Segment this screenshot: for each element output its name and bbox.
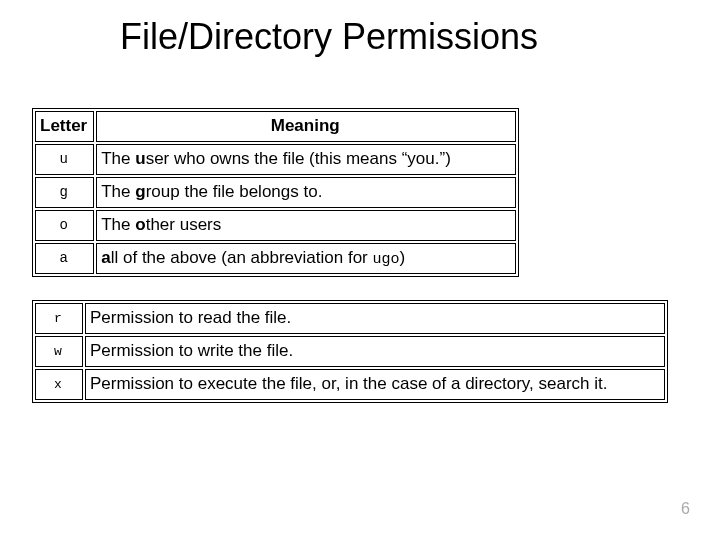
slide-title: File/Directory Permissions [0,0,720,58]
table-header-row: Letter Meaning [35,111,516,142]
table-row: o The other users [35,210,516,241]
permission-bits-table: r Permission to read the file. w Permiss… [32,300,668,403]
cell-meaning: Permission to write the file. [85,336,665,367]
table-row: u The user who owns the file (this means… [35,144,516,175]
cell-meaning: The group the file belongs to. [96,177,516,208]
cell-letter: r [35,303,83,334]
cell-letter: x [35,369,83,400]
table-row: g The group the file belongs to. [35,177,516,208]
cell-meaning: The user who owns the file (this means “… [96,144,516,175]
table-row: x Permission to execute the file, or, in… [35,369,665,400]
cell-meaning: Permission to read the file. [85,303,665,334]
cell-letter: o [35,210,94,241]
table-row: a all of the above (an abbreviation for … [35,243,516,274]
cell-letter: u [35,144,94,175]
table-row: r Permission to read the file. [35,303,665,334]
cell-letter: w [35,336,83,367]
page-number: 6 [681,500,690,518]
header-letter: Letter [35,111,94,142]
cell-letter: a [35,243,94,274]
cell-meaning: Permission to execute the file, or, in t… [85,369,665,400]
cell-letter: g [35,177,94,208]
owner-class-table: Letter Meaning u The user who owns the f… [32,108,519,277]
table-row: w Permission to write the file. [35,336,665,367]
header-meaning: Meaning [96,111,516,142]
cell-meaning: The other users [96,210,516,241]
cell-meaning: all of the above (an abbreviation for ug… [96,243,516,274]
